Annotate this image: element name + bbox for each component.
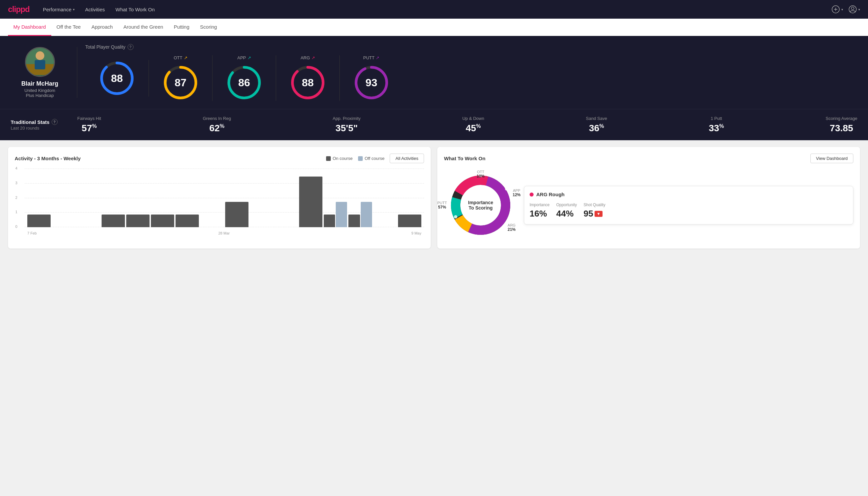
traditional-stats: Traditional Stats ? Last 20 rounds Fairw… (0, 109, 868, 140)
stats-row: Fairways Hit 57% Greens In Reg 62% App. … (70, 116, 857, 134)
score-value-ott: 87 (175, 77, 187, 89)
donut-center: Importance To Scoring (468, 200, 493, 211)
bar-on-course (348, 215, 360, 227)
player-country: United Kingdom (24, 88, 55, 93)
score-putt: PUTT ↗ 93 (340, 55, 403, 101)
legend-dot-off-course (358, 156, 363, 161)
nav-performance[interactable]: Performance ▾ (43, 7, 75, 12)
bar-chart: 4 3 2 1 0 7 Feb 28 Mar 9 May (15, 169, 424, 235)
add-button[interactable]: ▾ (831, 5, 843, 14)
circle-ott: 87 (162, 64, 199, 101)
info-card: ARG Rough Importance 16% Opportunity 44%… (524, 186, 853, 224)
bar-group (151, 215, 174, 227)
plus-circle-icon (831, 5, 840, 14)
bar-group (27, 215, 51, 227)
donut-label-arg: ARG 21% (508, 223, 516, 232)
svg-point-27 (454, 215, 457, 218)
activity-card: Activity - 3 Months - Weekly On course O… (8, 147, 431, 248)
score-label-arg: ARG ↗ (300, 55, 315, 60)
bar-on-course (151, 215, 174, 227)
nav-activities[interactable]: Activities (85, 7, 105, 12)
score-value-arg: 88 (302, 77, 314, 89)
arrow-icon: ↗ (376, 55, 379, 60)
stat-up-down: Up & Down 45% (462, 116, 484, 134)
bar-off-course (361, 202, 372, 227)
circle-total: 88 (99, 60, 135, 97)
what-to-work-on-title: What To Work On (444, 156, 485, 161)
info-card-title: ARG Rough (530, 191, 848, 197)
total-quality-label: Total Player Quality ? (85, 44, 857, 50)
score-arg: ARG ↗ 88 (276, 55, 340, 101)
donut-label-ott: OTT 10% (477, 170, 485, 179)
view-dashboard-button[interactable]: View Dashboard (810, 154, 853, 163)
bar-on-course (225, 202, 249, 227)
hero-section: Blair McHarg United Kingdom Plus Handica… (0, 36, 868, 109)
bar-group (324, 202, 347, 227)
subnav-scoring[interactable]: Scoring (195, 19, 222, 36)
bar-on-course (27, 215, 51, 227)
subnav-my-dashboard[interactable]: My Dashboard (8, 19, 51, 36)
chevron-down-icon: ▾ (858, 7, 860, 11)
user-menu-button[interactable]: ▾ (848, 5, 860, 14)
arrow-icon: ↗ (184, 55, 188, 60)
legend-dot-on-course (326, 156, 331, 161)
info-metrics: Importance 16% Opportunity 44% Shot Qual… (530, 203, 848, 219)
pink-dot-icon (530, 192, 534, 197)
subnav-putting[interactable]: Putting (169, 19, 195, 36)
x-label-may: 9 May (411, 231, 421, 235)
avatar-image (26, 47, 54, 76)
bar-off-course (336, 202, 347, 227)
legend-on-course: On course (326, 156, 353, 161)
sub-nav: My Dashboard Off the Tee Approach Around… (0, 19, 868, 36)
stat-one-putt: 1 Putt 33% (709, 116, 724, 134)
arrow-icon: ↗ (312, 55, 315, 60)
info-metric-shot-quality: Shot Quality 95 ▼ (584, 203, 605, 219)
nav-links: Performance ▾ Activities What To Work On (43, 7, 155, 12)
bar-on-course (398, 215, 421, 227)
info-metric-importance: Importance 16% (530, 203, 550, 219)
score-total: 88 (85, 60, 149, 97)
main-content: Activity - 3 Months - Weekly On course O… (0, 140, 868, 255)
app-logo[interactable]: clippd (8, 5, 30, 14)
all-activities-button[interactable]: All Activities (390, 154, 424, 163)
x-label-mar: 28 Mar (218, 231, 230, 235)
bar-on-course (175, 215, 199, 227)
subnav-approach[interactable]: Approach (86, 19, 118, 36)
red-badge: ▼ (595, 211, 602, 217)
info-metric-opportunity: Opportunity 44% (556, 203, 577, 219)
score-value-putt: 93 (365, 77, 377, 89)
user-icon (848, 5, 857, 14)
bar-on-course (126, 215, 149, 227)
what-card-header: What To Work On View Dashboard (444, 154, 853, 163)
top-nav: clippd Performance ▾ Activities What To … (0, 0, 868, 19)
bar-group (299, 176, 322, 227)
activity-card-header: Activity - 3 Months - Weekly On course O… (15, 154, 424, 163)
subnav-around-the-green[interactable]: Around the Green (118, 19, 169, 36)
bars-container (25, 169, 424, 227)
donut-label-app: APP 12% (512, 188, 521, 197)
subnav-off-the-tee[interactable]: Off the Tee (51, 19, 86, 36)
bar-on-course (299, 176, 322, 227)
what-to-work-on-card: What To Work On View Dashboard (437, 147, 860, 248)
svg-point-26 (509, 215, 512, 218)
circle-app: 86 (226, 64, 263, 101)
player-handicap: Plus Handicap (26, 93, 54, 98)
score-label-putt: PUTT ↗ (363, 55, 380, 60)
stat-sand-save: Sand Save 36% (586, 116, 607, 134)
what-body: Importance To Scoring OTT 10% APP 12% AR… (444, 169, 853, 242)
help-icon[interactable]: ? (128, 44, 133, 50)
trad-stats-label: Traditional Stats ? Last 20 rounds (11, 119, 70, 130)
score-circles: 88 OTT ↗ 87 (85, 55, 857, 101)
help-icon[interactable]: ? (52, 119, 58, 125)
nav-what-to-work-on[interactable]: What To Work On (115, 7, 155, 12)
svg-point-7 (35, 51, 44, 60)
score-value-app: 86 (238, 77, 250, 89)
score-label-ott: OTT ↗ (174, 55, 188, 60)
chevron-down-icon: ▾ (841, 7, 843, 11)
legend-off-course: Off course (358, 156, 385, 161)
arrow-icon: ↗ (248, 55, 251, 60)
score-value-total: 88 (111, 72, 123, 84)
player-section: Blair McHarg United Kingdom Plus Handica… (11, 47, 77, 98)
svg-point-25 (505, 187, 508, 190)
bar-group (101, 215, 125, 227)
